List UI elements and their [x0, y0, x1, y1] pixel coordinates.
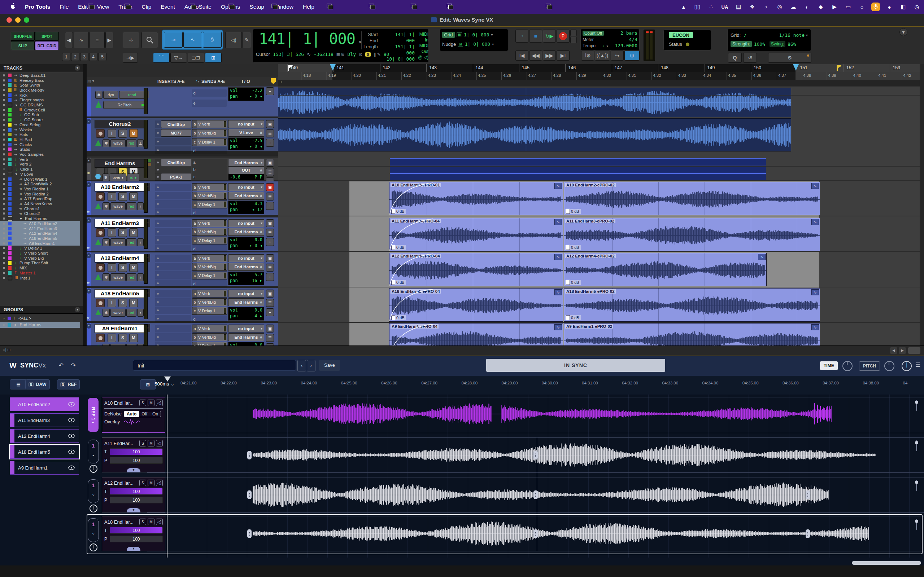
mute-button[interactable]: M [148, 400, 155, 406]
quantize-undo-button[interactable]: ↺ [743, 53, 757, 63]
send-a[interactable]: aV Verb [192, 324, 228, 332]
elastic-audio-icon[interactable]: ∿ [758, 254, 766, 260]
metronome-speaker-icons[interactable]: @ ◁) [417, 55, 428, 60]
track-button-M[interactable]: M [129, 129, 138, 138]
go-to-end-button[interactable]: ▶I [557, 50, 570, 61]
syncvx-menu-icon[interactable]: ☰ [915, 361, 921, 368]
track-header-end-harms[interactable]: ▾▣End HarrmsSM✽over ▾rd ▾ChnlStrpPSA-1ab… [87, 158, 278, 181]
clip-a18-endharm5-epro-04[interactable]: A18 EndHarm5-ePRO-040 dB∿ [389, 288, 563, 322]
chip-✽[interactable]: ✽ [102, 139, 110, 147]
clip-chorus-row2[interactable] [278, 118, 791, 152]
send-b[interactable]: bV VerbBig [192, 263, 228, 271]
window-tiling-icon[interactable]: ▯▯ [693, 3, 702, 11]
selection-values[interactable]: 141| 1| 000151| 1| 00010| 0| 000 [385, 31, 415, 62]
sidebar-track-don-t-walk-1[interactable]: ⇥Don't Walk 1 [0, 177, 80, 182]
sidebar-track-hats[interactable]: ⇥Hats [0, 132, 80, 137]
marker-flag-151[interactable] [837, 65, 838, 71]
sidebar-track-a12-endharm4[interactable]: ⇥A12 EndHarm4 [0, 231, 80, 236]
send-a[interactable]: aV Verb [192, 290, 228, 298]
send-d[interactable]: d [192, 316, 227, 323]
transport-ext-2[interactable] [570, 37, 577, 43]
track-header-a11-endharm3[interactable]: ▾🛠︎A11 EndHarm3▾ISM✽wavered♪aV VerbbV Ve… [87, 218, 278, 253]
pitch-mode-button[interactable]: PITCH [859, 361, 880, 371]
minsecs-ruler[interactable]: 4:184:194:204:214:224:234:244:254:264:27… [278, 72, 920, 80]
elastic-audio-icon[interactable]: ∿ [554, 289, 562, 295]
markers-ruler[interactable]: + [278, 80, 922, 86]
send-b[interactable]: bV VerbBig [192, 129, 228, 137]
q-grid-value[interactable]: 1/16 note [779, 32, 804, 38]
clip-a18-endharm5-epro-02[interactable]: A18 EndHarm5-ePRO-020 dB∿ [564, 288, 820, 322]
stop-button[interactable]: ■ [529, 29, 542, 43]
record-enable-button[interactable] [96, 298, 105, 307]
sync-anchor-handle[interactable]: ⋮ [533, 490, 538, 499]
marker-flag-140[interactable] [288, 65, 289, 71]
insert-MC77[interactable]: MC77 [155, 129, 191, 137]
sidebar-track-a9-endharm1[interactable]: ⇥A9 EndHarm1 [0, 241, 80, 246]
send-d[interactable]: d [192, 147, 227, 154]
menu-file[interactable]: File [60, 3, 69, 10]
sidebar-track-reecey-bass[interactable]: ШReecey Bass [0, 78, 80, 83]
cloud-icon[interactable]: ☁ [789, 3, 798, 11]
clip-a11-endharm3-epro-02[interactable]: A11 EndHarm3-ePRO-020 dB∿ [564, 218, 820, 251]
memory-location-1[interactable]: 1 [62, 53, 70, 61]
memory-location-5[interactable]: 5 [98, 53, 107, 61]
timebase-icon[interactable] [95, 239, 101, 245]
pitch-slider[interactable]: 100 [110, 535, 163, 542]
clip-a12-endharm4-epro-02[interactable]: A12 EndHarm4-ePRO-020 dB∿ [564, 253, 767, 286]
visibility-eye-icon[interactable] [68, 417, 75, 423]
swing-value[interactable]: 86% [788, 42, 796, 47]
add-button[interactable]: + [266, 139, 274, 147]
menu-event[interactable]: Event [161, 3, 175, 10]
output-selector[interactable]: End Harrms⋔ [228, 298, 264, 306]
clip-a9-endharm1-epro-02[interactable]: A9 EndHarm1-ePRO-020 dB∿ [564, 323, 820, 345]
clip-gain-badge[interactable]: 0 dB [565, 280, 581, 285]
output-selector[interactable]: End Harrms⋔ [228, 333, 264, 341]
chip-red[interactable]: red [126, 139, 136, 147]
vol-pan-display[interactable]: vol-5.7pan16 ▸ [228, 272, 264, 285]
automation-button[interactable]: ▣ [266, 219, 274, 227]
comments-button[interactable]: ☰ [266, 299, 274, 307]
out-selector[interactable]: OUT⋔ [228, 166, 264, 174]
play-circle-icon[interactable]: ▶ [830, 3, 839, 11]
add-button[interactable]: + [266, 238, 274, 246]
scroll-right-button[interactable]: ▶ [899, 347, 906, 354]
menu-clip[interactable]: Clip [142, 3, 152, 10]
ffwd-button[interactable]: ▶▶ [543, 50, 556, 61]
preset-prev-button[interactable]: ‹ [297, 360, 306, 371]
strength-label[interactable]: Strength: [730, 41, 752, 47]
tracks-panel-header[interactable]: TRACKS▾ [0, 64, 83, 72]
timebase-icon[interactable] [95, 140, 101, 146]
syncvx-track-a18-endharm5[interactable]: A18 EndHarm5 [10, 445, 79, 459]
shortcuts-icon[interactable]: ❖ [748, 3, 756, 11]
input-selector[interactable]: no input▾ [228, 219, 264, 227]
sync-anchor-handle[interactable]: ⋮ [806, 529, 810, 538]
sync-anchor-handle[interactable]: ⋮ [247, 490, 252, 499]
chip-♪[interactable]: ♪ [137, 239, 144, 246]
dots-icon[interactable]: ∴ [707, 3, 716, 11]
tempo-label[interactable]: Tempo [583, 43, 596, 48]
time-mode-button[interactable]: TIME [820, 361, 838, 370]
sidebar-track-gc-drums[interactable]: ▾GC DRUMS [0, 102, 80, 108]
sidebar-track-a10-endharm2[interactable]: ⇥A10 EndHarm2 [0, 221, 80, 226]
send-c[interactable]: c [192, 173, 227, 180]
sidebar-track-chorus2[interactable]: ⇥Chorus2 [0, 211, 80, 216]
track-button-M[interactable]: M [129, 192, 138, 201]
chip-rd ▾[interactable]: rd ▾ [127, 174, 139, 181]
meet-icon[interactable]: ◎ [775, 3, 784, 11]
timebase-icon[interactable] [95, 274, 101, 280]
preset-next-button[interactable]: › [307, 360, 315, 371]
conductor-button[interactable]: ψ [624, 50, 640, 61]
sidebar-track-wocka[interactable]: ⇥Wocka [0, 127, 80, 132]
row-level-slider[interactable] [916, 440, 917, 451]
toolbar-settings-button[interactable]: ⚙ [768, 53, 811, 63]
chip-✽[interactable]: ✽ [102, 273, 110, 281]
time-machine-icon[interactable]: ◔ [762, 3, 770, 11]
output-selector[interactable]: End Harrms⋔ [228, 228, 264, 236]
track-button-M[interactable]: M [129, 334, 138, 342]
battery-icon[interactable]: ▭ [844, 3, 853, 11]
sidebar-track-a3-dontwalk-2[interactable]: ⇥A3 DontWalk 2 [0, 181, 80, 187]
inserts-column-label[interactable]: INSERTS A-E [157, 79, 185, 84]
chip-red[interactable]: red [126, 202, 136, 210]
solo-button[interactable]: S [139, 440, 146, 446]
record-enable-button[interactable] [96, 263, 105, 272]
